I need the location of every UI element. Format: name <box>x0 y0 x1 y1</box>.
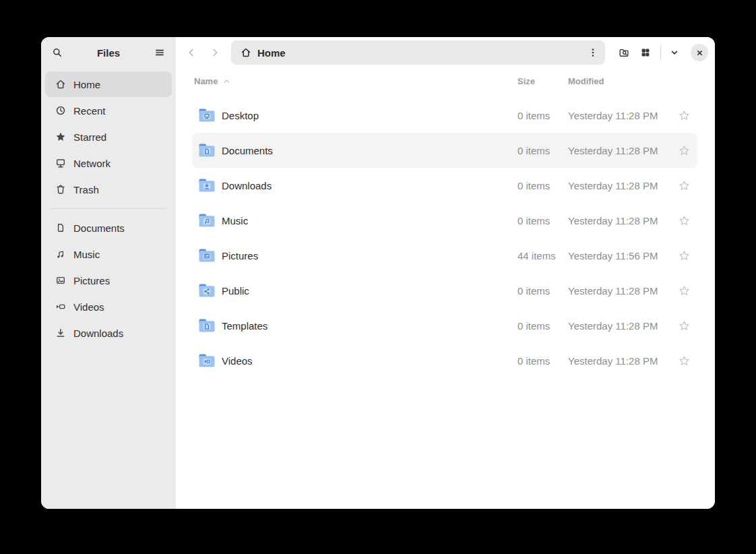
view-toggle-button[interactable] <box>635 42 656 63</box>
view-options-button[interactable] <box>665 42 684 63</box>
file-name: Templates <box>222 320 267 332</box>
file-modified: Yesterday 11:28 PM <box>568 215 671 226</box>
app-title: Files <box>97 47 120 59</box>
file-modified: Yesterday 11:28 PM <box>568 355 671 367</box>
table-row-desktop[interactable]: Desktop 0 items Yesterday 11:28 PM <box>192 98 697 133</box>
file-size: 44 items <box>517 250 568 261</box>
star-outline-icon <box>679 180 690 191</box>
file-size: 0 items <box>517 215 568 226</box>
sidebar-item-recent[interactable]: Recent <box>45 98 172 123</box>
star-button[interactable] <box>674 280 695 301</box>
table-row-templates[interactable]: Templates 0 items Yesterday 11:28 PM <box>192 308 697 343</box>
file-name: Videos <box>222 355 253 367</box>
star-button[interactable] <box>674 140 695 160</box>
videos-icon <box>55 301 66 312</box>
file-name: Desktop <box>222 110 259 121</box>
star-button[interactable] <box>674 245 695 266</box>
star-button[interactable] <box>674 350 695 371</box>
table-row-music[interactable]: Music 0 items Yesterday 11:28 PM <box>192 203 697 238</box>
list-column-headers: Name Size Modified <box>176 68 715 90</box>
trash-icon <box>55 184 66 195</box>
table-row-documents[interactable]: Documents 0 items Yesterday 11:28 PM <box>192 133 697 168</box>
column-header-modified[interactable]: Modified <box>568 76 671 86</box>
file-size: 0 items <box>517 320 568 332</box>
sidebar-header: Files <box>41 37 176 68</box>
chevron-right-icon <box>210 47 220 58</box>
star-outline-icon <box>679 110 690 121</box>
search-button[interactable] <box>46 42 68 63</box>
sidebar-item-network[interactable]: Network <box>45 150 172 176</box>
main-menu-button[interactable] <box>149 42 170 63</box>
star-outline-icon <box>679 250 690 261</box>
sidebar-item-music[interactable]: Music <box>45 241 172 267</box>
caret-up-icon <box>222 77 231 86</box>
sidebar-divider <box>51 208 166 209</box>
hamburger-icon <box>154 47 165 58</box>
star-button[interactable] <box>674 105 695 125</box>
home-icon <box>241 47 251 58</box>
file-name: Public <box>222 285 249 297</box>
file-size: 0 items <box>517 180 568 191</box>
search-icon <box>52 47 63 58</box>
sidebar-nav: Home Recent Starred Network Trash Docume… <box>41 68 176 350</box>
column-header-name[interactable]: Name <box>192 76 517 86</box>
kebab-menu-icon <box>588 47 598 58</box>
file-modified: Yesterday 11:28 PM <box>568 145 671 156</box>
file-modified: Yesterday 11:28 PM <box>568 285 671 297</box>
pictures-icon <box>55 275 66 286</box>
header-separator <box>660 45 661 60</box>
network-icon <box>55 158 66 168</box>
file-list: Desktop 0 items Yesterday 11:28 PM Docum… <box>176 90 715 378</box>
star-button[interactable] <box>674 175 695 195</box>
folder-search-icon <box>619 47 629 58</box>
chevron-left-icon <box>186 47 197 58</box>
main-pane: Home Name <box>176 37 715 509</box>
sidebar: Files Home Recent Starred Network Trash … <box>41 37 176 509</box>
back-button[interactable] <box>181 42 202 63</box>
folder-icon <box>198 108 216 123</box>
column-header-size[interactable]: Size <box>517 76 568 86</box>
star-button[interactable] <box>674 210 695 230</box>
sidebar-item-documents[interactable]: Documents <box>45 215 172 241</box>
documents-icon <box>55 222 66 233</box>
sidebar-item-home[interactable]: Home <box>45 71 172 97</box>
file-name: Downloads <box>222 180 272 191</box>
starred-icon <box>55 131 66 142</box>
folder-icon <box>198 318 216 333</box>
table-row-videos[interactable]: Videos 0 items Yesterday 11:28 PM <box>192 343 697 378</box>
sidebar-item-videos[interactable]: Videos <box>45 294 172 319</box>
downloads-icon <box>55 328 66 338</box>
file-modified: Yesterday 11:28 PM <box>568 180 671 191</box>
star-outline-icon <box>679 285 690 297</box>
folder-icon <box>198 283 216 298</box>
file-size: 0 items <box>517 145 568 156</box>
file-modified: Yesterday 11:28 PM <box>568 110 671 121</box>
star-button[interactable] <box>674 315 695 336</box>
files-window: Files Home Recent Starred Network Trash … <box>41 37 715 509</box>
location-menu-button[interactable] <box>583 42 603 63</box>
chevron-down-icon <box>669 47 680 58</box>
sidebar-item-pictures[interactable]: Pictures <box>45 268 172 293</box>
star-outline-icon <box>679 145 690 156</box>
home-icon <box>55 79 66 90</box>
table-row-pictures[interactable]: Pictures 44 items Yesterday 11:56 PM <box>192 238 697 273</box>
sidebar-item-trash[interactable]: Trash <box>45 177 172 202</box>
file-modified: Yesterday 11:28 PM <box>568 320 671 332</box>
file-size: 0 items <box>517 355 568 367</box>
sidebar-item-starred[interactable]: Starred <box>45 124 172 150</box>
folder-icon <box>198 248 216 263</box>
file-name: Music <box>222 215 248 226</box>
header-bar: Home <box>176 37 715 68</box>
close-icon <box>695 48 705 58</box>
close-window-button[interactable] <box>691 44 708 61</box>
file-name: Pictures <box>222 250 258 261</box>
star-outline-icon <box>679 215 690 226</box>
forward-button[interactable] <box>204 42 226 63</box>
search-location-button[interactable] <box>613 42 635 63</box>
folder-icon <box>198 178 216 193</box>
sidebar-item-downloads[interactable]: Downloads <box>45 320 172 346</box>
path-bar[interactable]: Home <box>231 40 605 65</box>
table-row-public[interactable]: Public 0 items Yesterday 11:28 PM <box>192 273 697 308</box>
recent-icon <box>55 105 66 116</box>
table-row-downloads[interactable]: Downloads 0 items Yesterday 11:28 PM <box>192 168 697 203</box>
